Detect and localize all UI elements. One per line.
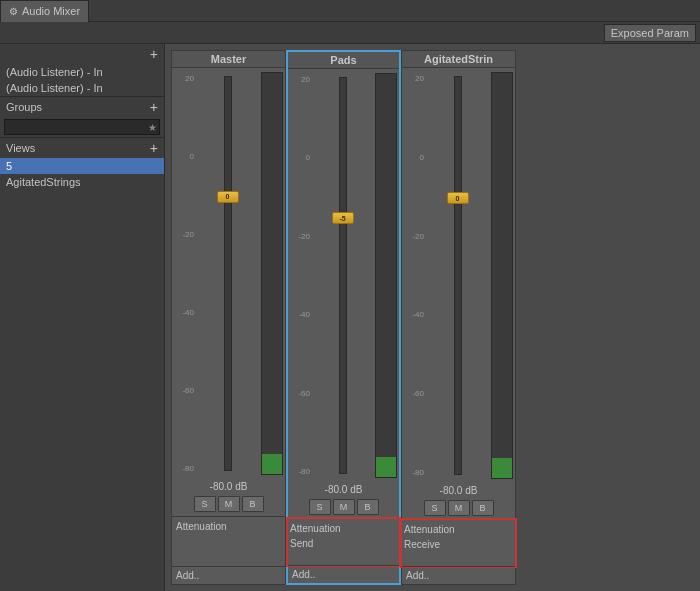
groups-search[interactable]: ★ bbox=[4, 119, 160, 135]
channel-pads: Pads 20 0 -20 -40 -60 -80 -5 bbox=[286, 50, 401, 585]
exposed-params-label: Exposed Param bbox=[611, 27, 689, 39]
channel-agitated-fader-value: 0 bbox=[456, 195, 460, 202]
channel-agitated-add[interactable]: Add.. bbox=[402, 566, 515, 584]
channel-pads-header: Pads bbox=[288, 52, 399, 69]
audio-mixer-tab[interactable]: ⚙ Audio Mixer bbox=[0, 0, 89, 22]
views-header: Views + bbox=[0, 138, 164, 158]
channel-master-fader-knob[interactable]: 0 bbox=[217, 191, 239, 203]
channel-master-fader-value: 0 bbox=[226, 193, 230, 200]
channel-agitated-b-btn[interactable]: B bbox=[472, 500, 494, 516]
views-section: Views + 5 AgitatedStrings bbox=[0, 138, 164, 591]
channel-agitated-vu-meter bbox=[491, 72, 513, 479]
channel-master-fader-container: 0 bbox=[194, 72, 261, 475]
mixer-channels: Master 20 0 -20 -40 -60 -80 0 bbox=[171, 50, 694, 585]
channel-pads-effects: Attenuation Send bbox=[286, 517, 401, 567]
listener-item-1[interactable]: (Audio Listener) - In bbox=[0, 64, 164, 80]
channel-pads-vu-meter bbox=[375, 73, 397, 478]
groups-section: Groups + ★ bbox=[0, 97, 164, 138]
channel-master-fader-track[interactable]: 0 bbox=[224, 76, 232, 471]
groups-plus[interactable]: + bbox=[150, 100, 158, 114]
channel-pads-buttons: S M B bbox=[288, 497, 399, 519]
channel-pads-fader-area: 20 0 -20 -40 -60 -80 -5 bbox=[288, 69, 399, 482]
channel-agitated-effect-attenuation[interactable]: Attenuation bbox=[404, 522, 513, 537]
audio-mixer-icon: ⚙ bbox=[9, 6, 18, 17]
mixer-area: Master 20 0 -20 -40 -60 -80 0 bbox=[165, 44, 700, 591]
scale-labels-agitated: 20 0 -20 -40 -60 -80 bbox=[404, 72, 424, 479]
channel-pads-fader-container: -5 bbox=[310, 73, 375, 478]
channel-pads-b-btn[interactable]: B bbox=[357, 499, 379, 515]
audio-mixer-tab-label: Audio Mixer bbox=[22, 5, 80, 17]
channel-pads-add[interactable]: Add.. bbox=[288, 565, 399, 583]
channel-master-name: Master bbox=[211, 53, 246, 65]
channel-pads-effect-send[interactable]: Send bbox=[290, 536, 397, 551]
views-plus[interactable]: + bbox=[150, 141, 158, 155]
channel-master-vu-meter bbox=[261, 72, 283, 475]
listeners-section: (Audio Listener) - In (Audio Listener) -… bbox=[0, 64, 164, 97]
views-item-1[interactable]: 5 bbox=[0, 158, 164, 174]
channel-pads-effect-attenuation[interactable]: Attenuation bbox=[290, 521, 397, 536]
views-label: Views bbox=[6, 142, 35, 154]
channel-master-header: Master bbox=[172, 51, 285, 68]
channel-pads-fader-value: -5 bbox=[339, 215, 345, 222]
exposed-params-button[interactable]: Exposed Param bbox=[604, 24, 696, 42]
channel-master-effects: Attenuation bbox=[172, 516, 285, 566]
channel-agitated-fader-knob[interactable]: 0 bbox=[447, 192, 469, 204]
listener-item-2[interactable]: (Audio Listener) - In bbox=[0, 80, 164, 96]
channel-master-effect-attenuation[interactable]: Attenuation bbox=[176, 519, 281, 534]
channel-agitated-s-btn[interactable]: S bbox=[424, 500, 446, 516]
channel-pads-fader-knob[interactable]: -5 bbox=[332, 212, 354, 224]
channel-agitated-effect-receive[interactable]: Receive bbox=[404, 537, 513, 552]
groups-label: Groups bbox=[6, 101, 42, 113]
channel-master-s-btn[interactable]: S bbox=[194, 496, 216, 512]
sidebar-top-header: + bbox=[0, 44, 164, 64]
channel-pads-name: Pads bbox=[330, 54, 356, 66]
channel-master-buttons: S M B bbox=[172, 494, 285, 516]
scale-labels-master: 20 0 -20 -40 -60 -80 bbox=[174, 72, 194, 475]
channel-pads-s-btn[interactable]: S bbox=[309, 499, 331, 515]
top-bar: Exposed Param bbox=[0, 22, 700, 44]
views-item-2[interactable]: AgitatedStrings bbox=[0, 174, 164, 190]
scale-labels-pads: 20 0 -20 -40 -60 -80 bbox=[290, 73, 310, 478]
channel-master: Master 20 0 -20 -40 -60 -80 0 bbox=[171, 50, 286, 585]
channel-agitated-name: AgitatedStrin bbox=[424, 53, 493, 65]
groups-search-input[interactable] bbox=[5, 122, 146, 133]
channel-agitated-fader-track[interactable]: 0 bbox=[454, 76, 462, 475]
tab-bar: ⚙ Audio Mixer bbox=[0, 0, 700, 22]
channel-agitated: AgitatedStrin 20 0 -20 -40 -60 -80 bbox=[401, 50, 516, 585]
channel-pads-db: -80.0 dB bbox=[288, 482, 399, 497]
channel-agitated-m-btn[interactable]: M bbox=[448, 500, 470, 516]
channel-agitated-effects: Attenuation Receive bbox=[400, 518, 517, 568]
main-area: + (Audio Listener) - In (Audio Listener)… bbox=[0, 44, 700, 591]
channel-pads-m-btn[interactable]: M bbox=[333, 499, 355, 515]
channel-agitated-header: AgitatedStrin bbox=[402, 51, 515, 68]
channel-agitated-buttons: S M B bbox=[402, 498, 515, 520]
star-icon: ★ bbox=[146, 122, 159, 133]
channel-master-vu-bar bbox=[262, 454, 282, 474]
channel-agitated-db: -80.0 dB bbox=[402, 483, 515, 498]
channel-master-fader-area: 20 0 -20 -40 -60 -80 0 bbox=[172, 68, 285, 479]
sidebar: + (Audio Listener) - In (Audio Listener)… bbox=[0, 44, 165, 591]
channel-pads-vu-bar bbox=[376, 457, 396, 477]
channel-agitated-fader-container: 0 bbox=[424, 72, 491, 479]
channel-pads-fader-track[interactable]: -5 bbox=[339, 77, 347, 474]
channel-master-add[interactable]: Add.. bbox=[172, 566, 285, 584]
channel-master-db: -80.0 dB bbox=[172, 479, 285, 494]
channel-agitated-fader-area: 20 0 -20 -40 -60 -80 0 bbox=[402, 68, 515, 483]
channel-agitated-vu-bar bbox=[492, 458, 512, 478]
groups-header: Groups + bbox=[0, 97, 164, 117]
channel-master-b-btn[interactable]: B bbox=[242, 496, 264, 512]
channel-master-m-btn[interactable]: M bbox=[218, 496, 240, 512]
sidebar-top-plus[interactable]: + bbox=[150, 47, 158, 61]
